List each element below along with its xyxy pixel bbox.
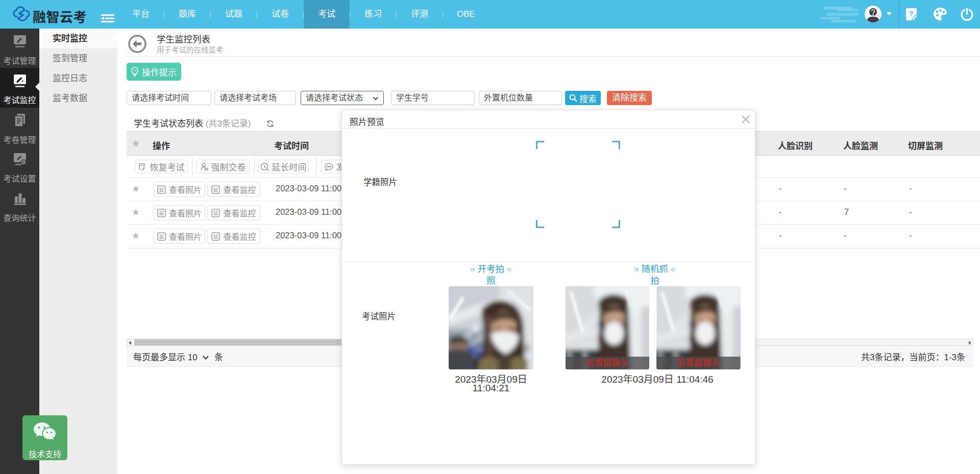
svg-text:前置摄像头: 前置摄像头 bbox=[677, 358, 720, 368]
svg-text:?: ? bbox=[909, 9, 913, 18]
svg-text:前置摄像头: 前置摄像头 bbox=[586, 358, 629, 368]
